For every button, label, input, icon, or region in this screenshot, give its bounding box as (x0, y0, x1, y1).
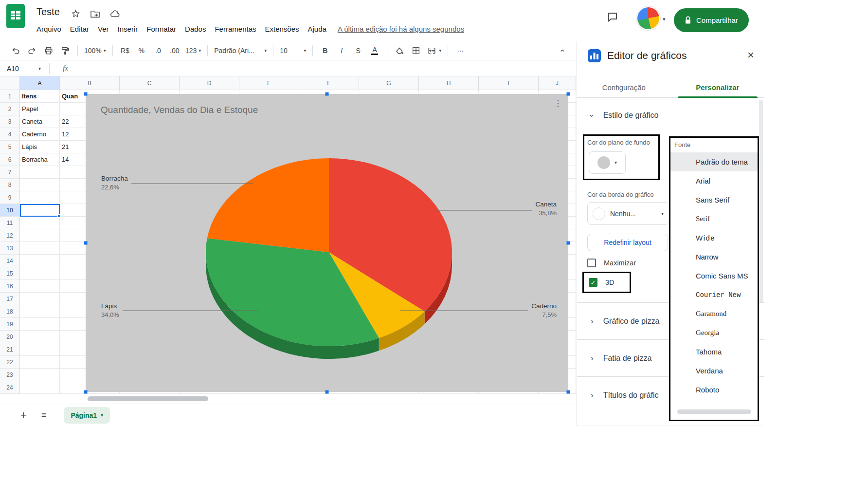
name-box[interactable]: A10 ▾ (0, 65, 46, 73)
cell-A2[interactable]: Papel (20, 103, 60, 115)
star-icon[interactable] (71, 9, 80, 19)
cell-A15[interactable] (20, 267, 60, 280)
cell-A7[interactable] (20, 166, 60, 179)
sheet-tab-active[interactable]: Página1 ▾ (64, 407, 110, 424)
row-header-24[interactable]: 24 (0, 381, 20, 394)
font-family-select[interactable]: Padrão (Ari...▾ (212, 43, 269, 58)
reset-layout-button[interactable]: Redefinir layout (587, 234, 668, 251)
selection-handle[interactable] (84, 93, 88, 96)
cell-A3[interactable]: Caneta (20, 115, 60, 128)
all-sheets-menu-icon[interactable]: ≡ (41, 410, 47, 420)
cell-A14[interactable] (20, 255, 60, 267)
fill-handle[interactable] (57, 214, 61, 218)
tab-configuracao[interactable]: Configuração (577, 77, 671, 97)
paint-format-button[interactable] (57, 43, 73, 58)
share-button[interactable]: Compartilhar (674, 8, 749, 32)
menu-formatar[interactable]: Formatar (142, 23, 181, 35)
chart-more-menu-icon[interactable]: ⋮ (554, 98, 562, 109)
font-option-serif[interactable]: Serif (670, 209, 758, 228)
close-icon[interactable]: × (747, 48, 754, 62)
font-option-wide[interactable]: Wide (670, 228, 758, 247)
last-edit-status-link[interactable]: A última edição foi há alguns segundos (338, 25, 464, 33)
cell-A21[interactable] (20, 343, 60, 356)
more-toolbar-button[interactable]: ⋯ (452, 43, 468, 58)
font-option-courier-new[interactable]: Courier New (670, 285, 758, 304)
font-option-comic-sans-ms[interactable]: Comic Sans MS (670, 266, 758, 285)
menu-editar[interactable]: Editar (66, 23, 93, 35)
row-header-6[interactable]: 6 (0, 153, 20, 166)
row-header-10[interactable]: 10 (0, 204, 20, 217)
selection-handle[interactable] (326, 93, 329, 96)
redo-button[interactable] (24, 43, 40, 58)
menu-ajuda[interactable]: Ajuda (304, 23, 331, 35)
row-header-4[interactable]: 4 (0, 128, 20, 141)
row-header-17[interactable]: 17 (0, 293, 20, 305)
fill-color-button[interactable] (392, 43, 407, 58)
cell-A5[interactable]: Lápis (20, 141, 60, 153)
font-option-padrão-do-tema[interactable]: Padrão do tema (670, 152, 758, 171)
increase-decimals-button[interactable]: .00 (167, 43, 182, 58)
cell-A1[interactable]: Itens (20, 90, 60, 103)
cell-A9[interactable] (20, 191, 60, 204)
row-header-5[interactable]: 5 (0, 141, 20, 153)
text-color-button[interactable]: A (367, 43, 382, 58)
row-header-11[interactable]: 11 (0, 217, 20, 229)
avatar[interactable] (637, 7, 659, 29)
row-header-20[interactable]: 20 (0, 331, 20, 343)
cell-A4[interactable]: Caderno (20, 128, 60, 141)
font-option-verdana[interactable]: Verdana (670, 361, 758, 380)
column-header-D[interactable]: D (180, 76, 239, 90)
column-header-E[interactable]: E (239, 76, 299, 90)
menu-dados[interactable]: Dados (181, 23, 210, 35)
font-option-narrow[interactable]: Narrow (670, 247, 758, 266)
column-header-H[interactable]: H (419, 76, 479, 90)
font-size-select[interactable]: 10▾ (278, 43, 308, 58)
section-chart-style[interactable]: › Estilo de gráfico (577, 104, 764, 127)
add-sheet-button[interactable]: + (20, 409, 27, 422)
border-color-picker[interactable]: Nenhu... ▾ (587, 202, 669, 225)
font-option-arial[interactable]: Arial (670, 171, 758, 190)
selected-cell-outline[interactable] (20, 204, 60, 217)
strikethrough-button[interactable]: S (350, 43, 366, 58)
column-header-G[interactable]: G (359, 76, 419, 90)
row-header-3[interactable]: 3 (0, 115, 20, 128)
selection-handle[interactable] (567, 242, 570, 245)
column-header-J[interactable]: J (539, 76, 576, 90)
document-title[interactable]: Teste (36, 6, 60, 18)
font-option-roboto[interactable]: Roboto (670, 380, 758, 399)
cell-A16[interactable] (20, 280, 60, 293)
row-header-2[interactable]: 2 (0, 103, 20, 115)
undo-button[interactable] (8, 43, 23, 58)
zoom-select[interactable]: 100%▾ (82, 43, 108, 58)
row-header-9[interactable]: 9 (0, 191, 20, 204)
menu-ferramentas[interactable]: Ferramentas (210, 23, 260, 35)
font-option-tahoma[interactable]: Tahoma (670, 342, 758, 361)
selection-handle[interactable] (567, 93, 570, 96)
cell-A6[interactable]: Borracha (20, 153, 60, 166)
cell-A13[interactable] (20, 242, 60, 255)
move-folder-icon[interactable] (90, 9, 100, 19)
column-header-I[interactable]: I (479, 76, 539, 90)
comments-button[interactable] (606, 11, 619, 23)
tab-personalizar[interactable]: Personalizar (671, 77, 765, 97)
cell-A8[interactable] (20, 179, 60, 191)
column-header-B[interactable]: B (60, 76, 120, 90)
merge-cells-button[interactable]: ▾ (425, 43, 443, 58)
threed-checkbox[interactable]: ✓ (589, 278, 597, 287)
row-header-1[interactable]: 1 (0, 90, 20, 103)
cell-A17[interactable] (20, 293, 60, 305)
font-option-georgia[interactable]: Georgia (670, 323, 758, 342)
sheets-logo-icon[interactable] (6, 4, 25, 28)
column-header-A[interactable]: A (20, 76, 60, 90)
borders-button[interactable] (408, 43, 424, 58)
selection-handle[interactable] (84, 242, 88, 245)
selection-handle[interactable] (326, 390, 329, 394)
row-header-7[interactable]: 7 (0, 166, 20, 179)
cell-A20[interactable] (20, 331, 60, 343)
row-header-14[interactable]: 14 (0, 255, 20, 267)
font-menu-scrollbar[interactable] (677, 409, 751, 414)
decrease-decimals-button[interactable]: .0 (150, 43, 166, 58)
cell-A22[interactable] (20, 356, 60, 369)
menu-arquivo[interactable]: Arquivo (32, 23, 66, 35)
column-header-F[interactable]: F (299, 76, 359, 90)
